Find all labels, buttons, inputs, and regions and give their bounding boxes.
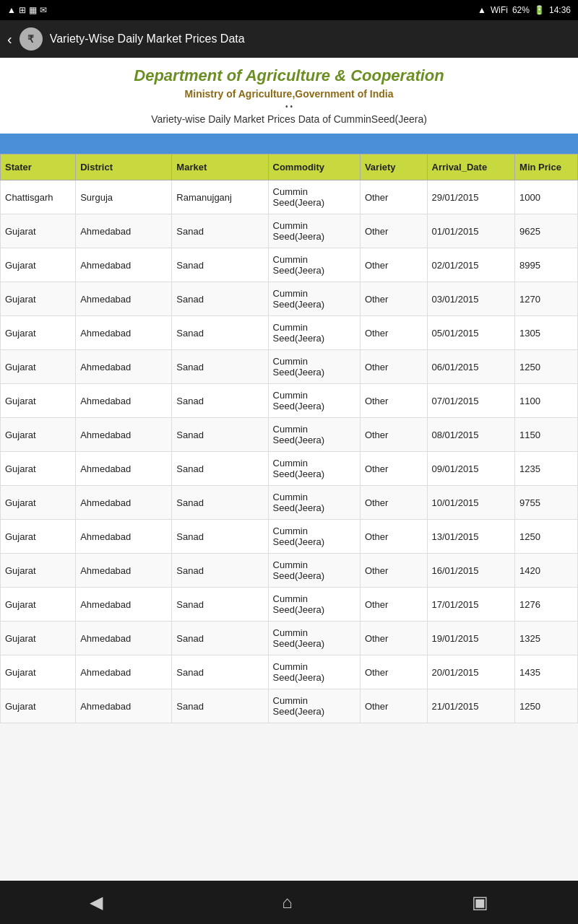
cell-row4-col2: Sanad	[172, 316, 268, 350]
cell-row7-col6: 1150	[515, 418, 578, 452]
cell-row8-col6: 1235	[515, 452, 578, 486]
cell-row15-col4: Other	[360, 689, 427, 723]
cell-row10-col3: Cummin Seed(Jeera)	[268, 520, 360, 554]
cell-row13-col3: Cummin Seed(Jeera)	[268, 622, 360, 655]
cell-row13-col2: Sanad	[172, 622, 268, 655]
market-prices-table: Stater District Market Commodity Variety…	[0, 154, 578, 723]
nav-home-button[interactable]: ⌂	[267, 886, 307, 918]
cell-row15-col6: 1250	[515, 689, 578, 723]
table-row: GujaratAhmedabadSanadCummin Seed(Jeera)O…	[1, 655, 578, 689]
cell-row7-col5: 08/01/2015	[427, 418, 515, 452]
cell-row3-col0: Gujarat	[1, 282, 76, 316]
cell-row0-col1: Surguja	[76, 180, 172, 214]
table-row: GujaratAhmedabadSanadCummin Seed(Jeera)O…	[1, 554, 578, 588]
cell-row11-col6: 1420	[515, 554, 578, 588]
cell-row6-col0: Gujarat	[1, 384, 76, 418]
battery-level: 62%	[512, 5, 530, 15]
nav-recent-button[interactable]: ▣	[457, 886, 503, 918]
cell-row4-col6: 1305	[515, 316, 578, 350]
cell-row3-col3: Cummin Seed(Jeera)	[268, 282, 360, 316]
table-row: GujaratAhmedabadSanadCummin Seed(Jeera)O…	[1, 214, 578, 248]
cell-row13-col0: Gujarat	[1, 622, 76, 655]
cell-row11-col5: 16/01/2015	[427, 554, 515, 588]
cell-row9-col2: Sanad	[172, 486, 268, 520]
cell-row8-col0: Gujarat	[1, 452, 76, 486]
toolbar-title: Variety-Wise Daily Market Prices Data	[50, 32, 245, 45]
cell-row15-col5: 21/01/2015	[427, 689, 515, 723]
cell-row15-col2: Sanad	[172, 689, 268, 723]
cell-row8-col2: Sanad	[172, 452, 268, 486]
cell-row14-col3: Cummin Seed(Jeera)	[268, 655, 360, 689]
cell-row4-col1: Ahmedabad	[76, 316, 172, 350]
cell-row12-col1: Ahmedabad	[76, 588, 172, 622]
ministry-title: Ministry of Agriculture,Government of In…	[7, 88, 571, 100]
cell-row1-col1: Ahmedabad	[76, 214, 172, 248]
cell-row14-col4: Other	[360, 655, 427, 689]
table-row: GujaratAhmedabadSanadCummin Seed(Jeera)O…	[1, 622, 578, 655]
cell-row5-col4: Other	[360, 350, 427, 384]
cell-row6-col4: Other	[360, 384, 427, 418]
table-row: ChattisgarhSurgujaRamanujganjCummin Seed…	[1, 180, 578, 214]
cell-row10-col2: Sanad	[172, 520, 268, 554]
bottom-navigation: ◀ ⌂ ▣	[0, 881, 578, 924]
cell-row5-col3: Cummin Seed(Jeera)	[268, 350, 360, 384]
sim-icon: ⊞	[19, 5, 26, 15]
cell-row4-col5: 05/01/2015	[427, 316, 515, 350]
status-icons: ▲ ⊞ ▦ ✉	[7, 5, 47, 15]
cell-row2-col0: Gujarat	[1, 248, 76, 282]
cell-row6-col1: Ahmedabad	[76, 384, 172, 418]
blue-divider-bar	[0, 134, 578, 154]
cell-row15-col0: Gujarat	[1, 689, 76, 723]
cell-row8-col1: Ahmedabad	[76, 452, 172, 486]
cell-row12-col5: 17/01/2015	[427, 588, 515, 622]
cell-row6-col6: 1100	[515, 384, 578, 418]
cell-row1-col5: 01/01/2015	[427, 214, 515, 248]
table-row: GujaratAhmedabadSanadCummin Seed(Jeera)O…	[1, 384, 578, 418]
back-button[interactable]: ‹	[7, 31, 12, 48]
cell-row12-col6: 1276	[515, 588, 578, 622]
table-row: GujaratAhmedabadSanadCummin Seed(Jeera)O…	[1, 520, 578, 554]
cell-row1-col3: Cummin Seed(Jeera)	[268, 214, 360, 248]
cell-row0-col2: Ramanujganj	[172, 180, 268, 214]
table-row: GujaratAhmedabadSanadCummin Seed(Jeera)O…	[1, 418, 578, 452]
cell-row7-col1: Ahmedabad	[76, 418, 172, 452]
cell-row4-col0: Gujarat	[1, 316, 76, 350]
cell-row13-col5: 19/01/2015	[427, 622, 515, 655]
cell-row10-col0: Gujarat	[1, 520, 76, 554]
cell-row9-col5: 10/01/2015	[427, 486, 515, 520]
notification-icon: ▲	[7, 5, 16, 15]
cell-row0-col0: Chattisgarh	[1, 180, 76, 214]
cell-row8-col4: Other	[360, 452, 427, 486]
table-row: GujaratAhmedabadSanadCummin Seed(Jeera)O…	[1, 282, 578, 316]
mail-icon: ✉	[40, 5, 47, 15]
logo-symbol: ₹	[27, 33, 34, 45]
cell-row10-col5: 13/01/2015	[427, 520, 515, 554]
cell-row14-col0: Gujarat	[1, 655, 76, 689]
cell-row6-col2: Sanad	[172, 384, 268, 418]
col-header-market: Market	[172, 154, 268, 180]
cell-row12-col3: Cummin Seed(Jeera)	[268, 588, 360, 622]
app-logo: ₹	[20, 27, 43, 51]
nav-back-button[interactable]: ◀	[75, 886, 117, 918]
cell-row0-col5: 29/01/2015	[427, 180, 515, 214]
cell-row8-col5: 09/01/2015	[427, 452, 515, 486]
cell-row7-col2: Sanad	[172, 418, 268, 452]
cell-row7-col0: Gujarat	[1, 418, 76, 452]
cell-row3-col5: 03/01/2015	[427, 282, 515, 316]
cell-row11-col3: Cummin Seed(Jeera)	[268, 554, 360, 588]
cell-row9-col6: 9755	[515, 486, 578, 520]
page-subtitle: Variety-wise Daily Market Prices Data of…	[7, 113, 571, 125]
cell-row14-col5: 20/01/2015	[427, 655, 515, 689]
wifi-icon: WiFi	[491, 5, 508, 15]
table-row: GujaratAhmedabadSanadCummin Seed(Jeera)O…	[1, 452, 578, 486]
dots-decoration: • •	[7, 103, 571, 110]
cell-row3-col1: Ahmedabad	[76, 282, 172, 316]
cell-row6-col5: 07/01/2015	[427, 384, 515, 418]
signal-icon: ▲	[478, 5, 486, 15]
cell-row13-col6: 1325	[515, 622, 578, 655]
cell-row0-col4: Other	[360, 180, 427, 214]
status-bar: ▲ ⊞ ▦ ✉ ▲ WiFi 62% 🔋 14:36	[0, 0, 578, 20]
cell-row2-col4: Other	[360, 248, 427, 282]
col-header-arrival: Arrival_Date	[427, 154, 515, 180]
cell-row4-col3: Cummin Seed(Jeera)	[268, 316, 360, 350]
